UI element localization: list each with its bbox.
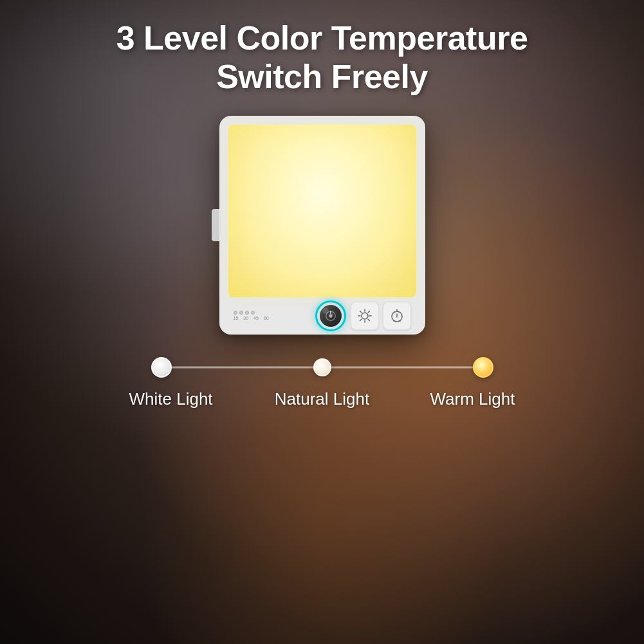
timer-dots [234, 311, 255, 315]
light-therapy-device: 15 30 45 60 [219, 116, 425, 335]
timer-label-45: 45 [253, 316, 259, 320]
main-control-button[interactable] [315, 300, 347, 332]
svg-line-9 [360, 311, 361, 312]
timer-label-60: 60 [264, 316, 269, 320]
light-labels-row: White Light Natural Light Warm Light [104, 389, 541, 409]
button-ring [315, 300, 346, 331]
timer-labels: 15 30 45 60 [234, 316, 269, 320]
timer-dot-4 [251, 311, 255, 315]
svg-text:40: 40 [393, 311, 396, 314]
timer-button[interactable]: 30 60 40 15 [383, 302, 411, 330]
timer-dot-3 [245, 311, 249, 315]
timer-dot-2 [239, 311, 243, 315]
device-light-panel [228, 125, 416, 297]
svg-line-12 [360, 319, 361, 320]
natural-light-knob[interactable] [313, 358, 331, 376]
warm-light-label: Warm Light [412, 389, 515, 409]
main-content: 3 Level Color Temperature Switch Freely … [0, 0, 644, 644]
white-light-label: White Light [129, 389, 232, 409]
natural-light-label: Natural Light [271, 389, 374, 409]
svg-line-10 [368, 319, 369, 320]
dial-icon [325, 310, 336, 322]
device-side-handle [212, 209, 219, 241]
brightness-button[interactable] [351, 302, 379, 330]
timer-label-30: 30 [243, 316, 248, 320]
warm-light-knob[interactable] [473, 357, 493, 378]
svg-text:30: 30 [393, 319, 396, 322]
svg-point-4 [362, 313, 368, 319]
headline-line1: 3 Level Color Temperature [116, 19, 528, 58]
headline: 3 Level Color Temperature Switch Freely [116, 19, 528, 97]
headline-line2: Switch Freely [116, 58, 528, 97]
svg-line-11 [368, 311, 369, 312]
svg-text:60: 60 [398, 319, 401, 322]
color-temperature-selector: White Light Natural Light Warm Light [104, 363, 541, 409]
svg-line-3 [331, 313, 333, 315]
timer-icon: 30 60 40 15 [389, 308, 405, 324]
svg-text:15: 15 [398, 311, 401, 314]
timer-label-15: 15 [234, 316, 239, 320]
button-inner [320, 305, 342, 327]
brightness-icon [358, 309, 372, 323]
slider-track-container [104, 363, 541, 371]
timer-dot-1 [234, 311, 237, 315]
white-light-knob[interactable] [151, 357, 172, 378]
device-controls-bar: 15 30 45 60 [228, 297, 416, 335]
timer-section: 15 30 45 60 [234, 311, 269, 320]
